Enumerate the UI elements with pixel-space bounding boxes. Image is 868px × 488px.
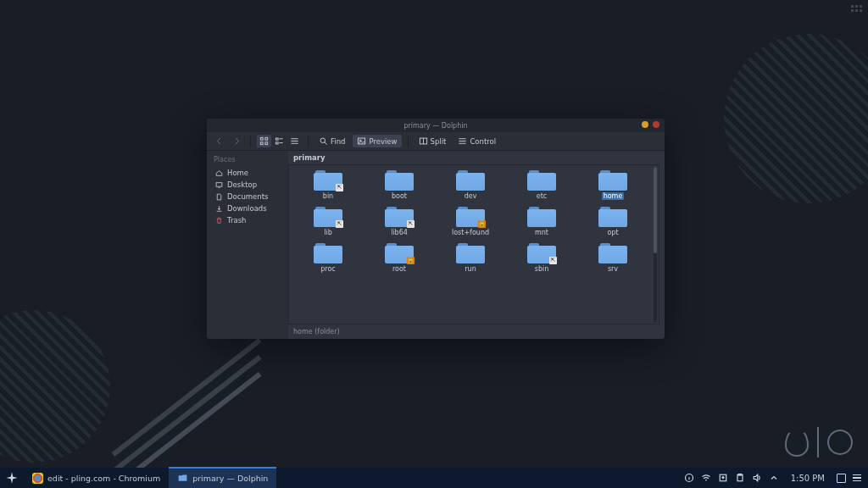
launcher-icon <box>5 471 19 485</box>
tray-expand-icon[interactable] <box>769 473 779 483</box>
folder-item[interactable]: ⇱lib64 <box>365 205 433 238</box>
folder-label: proc <box>320 265 335 273</box>
folder-label: sbin <box>535 265 549 273</box>
sidebar-item-desktop[interactable]: Desktop <box>214 179 283 191</box>
folder-item[interactable]: srv <box>579 241 647 274</box>
folder-icon <box>527 207 556 227</box>
folder-item[interactable]: ⇱bin <box>294 169 362 202</box>
desktop-decor-lines <box>119 361 288 463</box>
preview-button[interactable]: Preview <box>353 135 401 147</box>
sidebar-item-trash[interactable]: Trash <box>214 214 283 226</box>
folder-icon <box>456 243 485 263</box>
split-button[interactable]: Split <box>415 135 451 147</box>
taskbar-task-chromium[interactable]: edit - pling.com - Chromium <box>24 468 169 488</box>
sidebar-item-downloads[interactable]: Downloads <box>214 202 283 214</box>
ring-icon <box>827 430 853 455</box>
folder-item[interactable]: etc <box>508 169 576 202</box>
chevron-right-icon <box>232 136 242 146</box>
list-icon <box>290 136 299 146</box>
view-mode-group <box>257 135 302 147</box>
view-icons-button[interactable] <box>257 135 271 147</box>
folder-label: opt <box>607 229 618 236</box>
svg-rect-4 <box>275 138 278 140</box>
symlink-badge-icon: ⇱ <box>336 184 343 191</box>
titlebar[interactable]: primary — Dolphin <box>207 119 665 132</box>
scrollbar[interactable] <box>654 167 657 322</box>
scrollbar-thumb[interactable] <box>654 167 657 253</box>
control-menu-button[interactable]: Control <box>453 135 500 147</box>
folder-item[interactable]: dev <box>437 169 504 202</box>
folder-label: root <box>392 265 406 273</box>
view-details-button[interactable] <box>287 135 302 147</box>
sidebar-item-label: Trash <box>227 216 246 225</box>
folder-item[interactable]: boot <box>365 169 433 202</box>
sidebar-section-title: Places <box>214 156 283 164</box>
folder-item[interactable]: proc <box>294 241 362 274</box>
file-view: primary ⇱binbootdevetchome⇱lib⇱lib64🔒los… <box>288 151 665 339</box>
folder-icon: ⇱ <box>527 243 556 263</box>
app-launcher-button[interactable] <box>0 468 24 488</box>
folder-icon: ⇱ <box>314 207 342 227</box>
split-icon <box>419 136 428 146</box>
folder-item[interactable]: mnt <box>508 205 576 238</box>
show-desktop-button[interactable] <box>837 474 846 483</box>
breadcrumb[interactable]: primary <box>288 151 665 164</box>
folder-item[interactable]: ⇱sbin <box>508 241 576 274</box>
volume-tray-icon[interactable] <box>752 473 762 483</box>
sidebar-item-label: Downloads <box>227 204 267 213</box>
statusbar: home (folder) <box>288 326 665 339</box>
folder-item[interactable]: 🔒root <box>365 241 433 274</box>
panel-menu-button[interactable] <box>853 474 861 482</box>
clock[interactable]: 1:50 PM <box>786 474 830 483</box>
folder-icon: 🔒 <box>456 207 485 227</box>
downloads-icon <box>215 205 223 213</box>
svg-rect-1 <box>265 137 268 140</box>
folder-icon: ⇱ <box>385 207 414 227</box>
svg-point-6 <box>320 138 326 143</box>
folder-item[interactable]: home <box>579 169 647 202</box>
close-button[interactable] <box>653 121 659 128</box>
documents-icon <box>215 193 223 201</box>
minimize-button[interactable] <box>642 121 648 128</box>
info-tray-icon[interactable] <box>684 473 694 483</box>
folder-icon <box>598 207 627 227</box>
folder-icon: ⇱ <box>314 170 342 191</box>
system-tray: 1:50 PM <box>677 468 868 488</box>
updates-tray-icon[interactable] <box>718 473 728 483</box>
nav-back-button[interactable] <box>212 135 226 147</box>
clipboard-tray-icon[interactable] <box>735 473 745 483</box>
find-label: Find <box>331 137 345 146</box>
view-compact-button[interactable] <box>272 135 287 147</box>
svg-rect-2 <box>260 142 263 145</box>
taskbar: edit - pling.com - Chromiumprimary — Dol… <box>0 468 868 488</box>
folder-label: lib64 <box>391 229 408 236</box>
folder-icon <box>598 243 627 263</box>
folder-icon <box>456 170 485 191</box>
task-title: edit - pling.com - Chromium <box>47 474 160 483</box>
folder-item[interactable]: 🔒lost+found <box>437 205 504 238</box>
find-button[interactable]: Find <box>314 135 349 147</box>
folder-item[interactable]: opt <box>579 205 647 238</box>
trash-icon <box>215 217 223 225</box>
places-sidebar: Places HomeDesktopDocumentsDownloadsTras… <box>207 151 288 339</box>
compact-icon <box>275 136 284 146</box>
sidebar-item-documents[interactable]: Documents <box>214 191 283 202</box>
nav-forward-button[interactable] <box>230 135 244 147</box>
chevron-left-icon <box>214 136 224 146</box>
folder-item[interactable]: ⇱lib <box>294 205 362 238</box>
dolphin-window[interactable]: primary — Dolphin Find <box>207 119 665 339</box>
folder-icon <box>314 243 342 263</box>
lock-badge-icon: 🔒 <box>478 220 486 228</box>
sidebar-item-home[interactable]: Home <box>214 167 283 179</box>
taskbar-task-dolphin[interactable]: primary — Dolphin <box>169 468 276 488</box>
folder-label: bin <box>323 192 333 200</box>
desktop-menu-indicator[interactable] <box>849 3 863 14</box>
wifi-tray-icon[interactable] <box>701 473 711 483</box>
folder-icon <box>527 170 556 191</box>
file-grid[interactable]: ⇱binbootdevetchome⇱lib⇱lib64🔒lost+foundm… <box>289 165 652 324</box>
folder-label: lib <box>324 229 332 236</box>
desktop-decor-circle <box>0 310 110 463</box>
control-label: Control <box>470 137 496 146</box>
folder-item[interactable]: run <box>437 241 504 274</box>
search-icon <box>319 136 328 146</box>
